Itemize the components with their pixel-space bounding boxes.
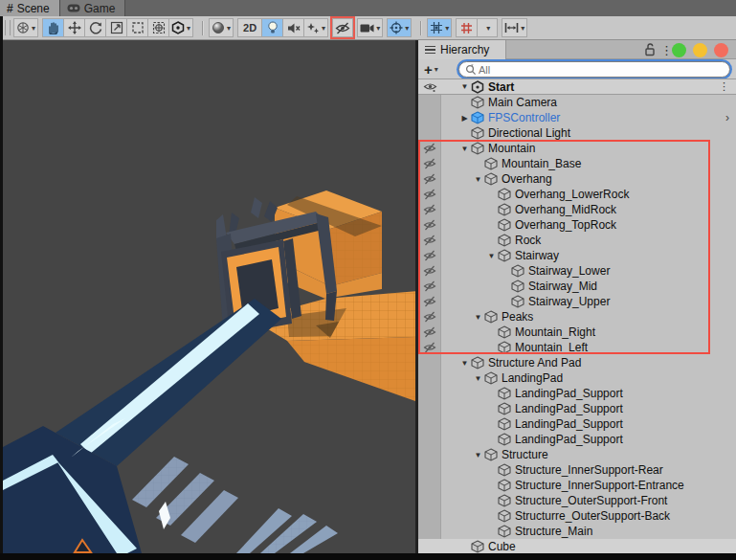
hierarchy-item-mountain-right[interactable]: Mountain_Right (418, 325, 736, 340)
scene-visibility-cell[interactable] (418, 81, 441, 93)
hierarchy-item-structure-main[interactable]: Structure_Main (418, 524, 736, 539)
pane-divider[interactable] (415, 40, 418, 553)
hierarchy-item-structure-innersupport-entrance[interactable]: Structure_InnerSupport-Entrance (418, 478, 736, 493)
traffic-green-button[interactable] (672, 43, 686, 57)
hierarchy-item-overhang-midrock[interactable]: Overhang_MidRock (418, 202, 736, 217)
twisty-expanded-icon[interactable]: ▼ (458, 145, 471, 153)
visibility-toggle-cell[interactable] (418, 189, 441, 200)
search-field[interactable] (458, 61, 730, 78)
lighting-toggle-button[interactable] (261, 18, 282, 37)
move-icon (68, 21, 81, 34)
object-icon-wrap (471, 111, 484, 124)
transform-tool-button[interactable] (147, 18, 168, 37)
hand-tool-button[interactable] (42, 18, 63, 37)
hierarchy-item-stairway-upper[interactable]: Stairway_Upper (418, 294, 736, 309)
tab-game[interactable]: Game (60, 0, 126, 16)
hierarchy-item-overhang[interactable]: ▼Overhang (418, 171, 736, 187)
hierarchy-item-landingpad-support[interactable]: LandingPad_Support (418, 416, 736, 432)
visibility-toggle-cell[interactable] (418, 204, 441, 215)
visibility-toggle-cell[interactable] (418, 265, 441, 277)
hierarchy-item-main-camera[interactable]: Main Camera (418, 95, 736, 110)
move-tool-button[interactable] (63, 18, 84, 37)
camera-settings-button[interactable]: ▾ (357, 18, 383, 37)
hierarchy-item-mountain-base[interactable]: Mountain_Base (418, 156, 736, 171)
effects-toggle-button[interactable]: ▾ (303, 18, 328, 37)
traffic-red-button[interactable] (714, 43, 728, 57)
twisty-expanded-icon[interactable]: ▼ (472, 175, 484, 184)
hierarchy-item-peaks[interactable]: ▼Peaks (418, 309, 736, 325)
search-icon (465, 64, 477, 76)
hierarchy-item-landingpad[interactable]: ▼LandingPad (418, 370, 736, 386)
snap-toggle-button[interactable] (456, 18, 477, 37)
2d-toggle-button[interactable]: 2D (237, 18, 261, 37)
hierarchy-item-structurre-outersupport-back[interactable]: Structurre_OuterSupport-Back (418, 508, 736, 524)
scale-tool-button[interactable] (105, 18, 126, 37)
grid-visibility-button[interactable]: ▾ (427, 18, 452, 37)
rotate-tool-button[interactable] (84, 18, 105, 37)
prefab-open-chevron-icon[interactable]: › (725, 111, 729, 124)
hierarchy-item-stairway-lower[interactable]: Stairway_Lower (418, 263, 736, 279)
create-object-button[interactable]: + ▾ (424, 62, 438, 77)
tab-scene[interactable]: # Scene (0, 0, 60, 16)
twisty-expanded-icon[interactable]: ▼ (472, 374, 484, 383)
object-label: Mountain_Right (515, 325, 595, 339)
hierarchy-item-landingpad-support[interactable]: LandingPad_Support (418, 386, 736, 401)
hierarchy-item-fpscontroller[interactable]: ▶FPSController› (418, 110, 736, 125)
audio-toggle-button[interactable] (282, 18, 303, 37)
hierarchy-item-mountain-left[interactable]: Mountain_Left (418, 340, 736, 355)
eye-hidden-icon (423, 189, 436, 200)
unlock-icon[interactable] (644, 42, 656, 56)
hierarchy-item-rock[interactable]: Rock (418, 233, 736, 248)
visibility-toggle-cell[interactable] (418, 143, 441, 154)
visibility-toggle-cell[interactable] (418, 342, 441, 353)
tab-hierarchy[interactable]: Hierarchy (418, 40, 506, 59)
snap-toggle-dd-button[interactable]: ▾ (477, 18, 498, 37)
hierarchy-item-landingpad-support[interactable]: LandingPad_Support (418, 401, 736, 416)
scene-options-icon[interactable]: ⋮ (719, 80, 729, 93)
visibility-toggle-cell[interactable] (418, 158, 441, 169)
hierarchy-item-structure[interactable]: ▼Structure (418, 447, 736, 462)
view-gizmo-button[interactable]: ▾ (13, 18, 38, 37)
visibility-toggle-cell[interactable] (418, 173, 441, 185)
object-icon-wrap (498, 417, 511, 431)
hierarchy-item-mountain[interactable]: ▼Mountain (418, 141, 736, 156)
scene-header-row[interactable]: ▼ Start ⋮ (418, 78, 736, 95)
visibility-toggle-cell[interactable] (418, 280, 441, 292)
hierarchy-item-structure-and-pad[interactable]: ▼Structure And Pad (418, 355, 736, 370)
visibility-toggle-cell[interactable] (418, 250, 441, 261)
hierarchy-item-overhang-lowerrock[interactable]: Overhang_LowerRock (418, 187, 736, 202)
rect-tool-button[interactable] (126, 18, 147, 37)
traffic-yellow-button[interactable] (693, 43, 707, 57)
visibility-toggle-cell[interactable] (418, 326, 441, 338)
gizmos-toggle-button[interactable]: ▾ (387, 18, 412, 37)
twisty-expanded-icon[interactable]: ▼ (458, 359, 471, 368)
twisty-expanded-icon[interactable]: ▼ (458, 82, 471, 91)
visibility-toggle-cell[interactable] (418, 235, 441, 246)
hierarchy-item-landingpad-support[interactable]: LandingPad_Support (418, 432, 736, 447)
twisty-expanded-icon[interactable]: ▼ (485, 252, 498, 260)
hierarchy-toolbar: + ▾ (418, 59, 736, 79)
visibility-toggle-cell[interactable] (418, 219, 441, 231)
visibility-toggle-cell[interactable] (418, 296, 441, 307)
available-tools-button[interactable]: ▾ (168, 18, 193, 37)
scene-3d-render (3, 40, 415, 553)
scene-viewport[interactable] (3, 40, 415, 553)
eye-hidden-icon (423, 326, 436, 338)
hierarchy-item-directional-light[interactable]: Directional Light (418, 125, 736, 141)
hierarchy-item-structure-outersupport-front[interactable]: Structure_OuterSupport-Front (418, 493, 736, 508)
hierarchy-item-structure-innersupport-rear[interactable]: Structure_InnerSupport-Rear (418, 462, 736, 478)
hierarchy-item-overhang-toprock[interactable]: Overhang_TopRock (418, 217, 736, 233)
snap-increment-button[interactable]: ▾ (502, 18, 527, 37)
object-label: LandingPad_Support (515, 433, 623, 446)
toolbar-grip[interactable] (5, 20, 11, 35)
hierarchy-item-stairway[interactable]: ▼Stairway (418, 248, 736, 263)
search-input[interactable] (477, 63, 697, 77)
twisty-expanded-icon[interactable]: ▼ (472, 451, 484, 459)
visibility-toggle-cell[interactable] (418, 311, 441, 323)
shading-mode-button[interactable]: ▾ (209, 18, 234, 37)
hierarchy-item-cube[interactable]: Cube (418, 539, 736, 554)
twisty-collapsed-icon[interactable]: ▶ (458, 114, 471, 123)
scene-visibility-button[interactable] (332, 18, 353, 37)
hierarchy-item-stairway-mid[interactable]: Stairway_Mid (418, 279, 736, 294)
twisty-expanded-icon[interactable]: ▼ (472, 313, 484, 322)
